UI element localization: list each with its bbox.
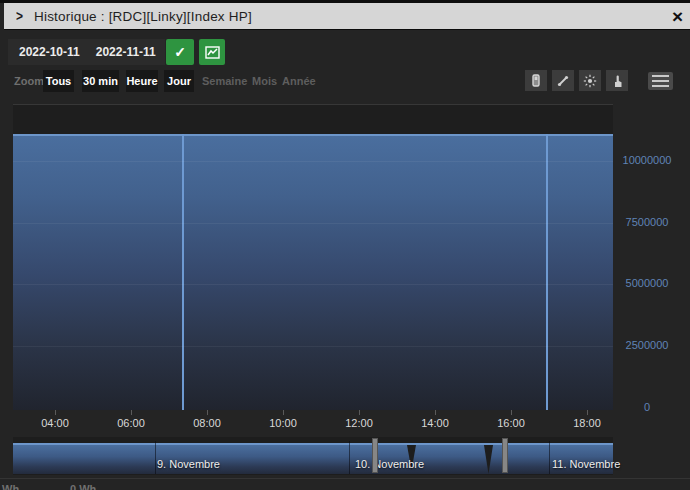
y-axis-label: 10000000 [617, 154, 677, 166]
y-axis-label: 0 [617, 401, 677, 413]
apply-dates-button[interactable]: ✓ [166, 39, 194, 65]
x-axis-tick [511, 410, 512, 415]
resize-diagonal-icon [556, 74, 570, 88]
x-axis-tick [207, 410, 208, 415]
y-axis-label: 7500000 [617, 216, 677, 228]
scale-toggle-button[interactable] [552, 70, 574, 91]
chart-line-icon [205, 46, 220, 59]
x-axis-label: 10:00 [261, 417, 305, 429]
gridline [13, 346, 613, 347]
navigator-day-separator [549, 441, 550, 474]
x-axis-tick [55, 410, 56, 415]
zoom-button-mois-disabled: Mois [252, 70, 277, 92]
zoom-button-heure[interactable]: Heure [126, 70, 158, 92]
clipped-bottom-text: Wh [2, 483, 19, 490]
x-axis-label: 08:00 [185, 417, 229, 429]
dialog-header: > Historique : [RDC][Linky][Index HP] × [4, 3, 690, 30]
x-axis-label: 14:00 [413, 417, 457, 429]
clipped-bottom-text: 0 Wh [70, 483, 96, 490]
close-icon[interactable]: × [672, 4, 683, 29]
zoom-button-tous[interactable]: Tous [43, 70, 74, 92]
zoom-button-semaine-disabled: Semaine [202, 70, 247, 92]
show-graph-button[interactable] [199, 39, 225, 65]
zoom-label: Zoom [14, 70, 44, 92]
x-axis-label: 06:00 [109, 417, 153, 429]
date-range-strip: 2022-10-11 2022-11-11 [8, 39, 165, 65]
navigator-day-label: 11. Novembre [552, 458, 620, 470]
x-axis-tick [283, 410, 284, 415]
x-axis-tick [131, 410, 132, 415]
chart-menu-button[interactable] [648, 72, 673, 90]
navigator-day-label: 10. Novembre [355, 458, 424, 470]
chevron-right-icon: > [16, 8, 23, 25]
menu-icon [652, 75, 669, 77]
x-axis-tick [587, 410, 588, 415]
end-date-field[interactable]: 2022-11-11 [96, 45, 156, 59]
start-date-field[interactable]: 2022-10-11 [19, 45, 80, 59]
chart-navigator[interactable]: 9. Novembre 10. Novembre 11. Novembre [13, 437, 613, 475]
sun-icon [583, 74, 597, 88]
y-axis-label: 2500000 [617, 339, 677, 351]
x-axis-tick [435, 410, 436, 415]
x-axis-label: 16:00 [489, 417, 533, 429]
zoom-button-annee-disabled: Année [282, 70, 316, 92]
x-axis-label: 12:00 [337, 417, 381, 429]
battery-icon [530, 73, 542, 88]
navigator-series [13, 443, 613, 474]
zoom-button-jour[interactable]: Jour [164, 70, 194, 92]
series-dip-line [182, 134, 184, 410]
navigator-day-label: 9. Novembre [157, 458, 220, 470]
history-dialog: > Historique : [RDC][Linky][Index HP] × … [0, 0, 690, 490]
chart-plot-area[interactable] [13, 104, 613, 410]
gridline [13, 161, 613, 162]
y-axis-label: 5000000 [617, 277, 677, 289]
battery-display-button[interactable] [525, 70, 547, 91]
series-dip-line [546, 134, 548, 410]
check-icon: ✓ [174, 44, 186, 60]
brightness-button[interactable] [579, 70, 601, 91]
pan-mode-button[interactable] [606, 70, 628, 91]
navigator-left-handle[interactable] [372, 438, 378, 473]
dialog-title: Historique : [RDC][Linky][Index HP] [34, 9, 252, 24]
navigator-day-separator [155, 441, 156, 474]
x-axis-tick [359, 410, 360, 415]
area-series [13, 134, 613, 410]
gridline [13, 284, 613, 285]
navigator-day-separator [349, 441, 350, 474]
bottom-divider [0, 478, 690, 479]
navigator-right-handle[interactable] [502, 438, 508, 473]
x-axis-label: 04:00 [33, 417, 77, 429]
gridline [13, 223, 613, 224]
x-axis-label: 18:00 [565, 417, 609, 429]
hand-pointer-icon [611, 74, 624, 88]
zoom-button-30min[interactable]: 30 min [82, 70, 119, 92]
